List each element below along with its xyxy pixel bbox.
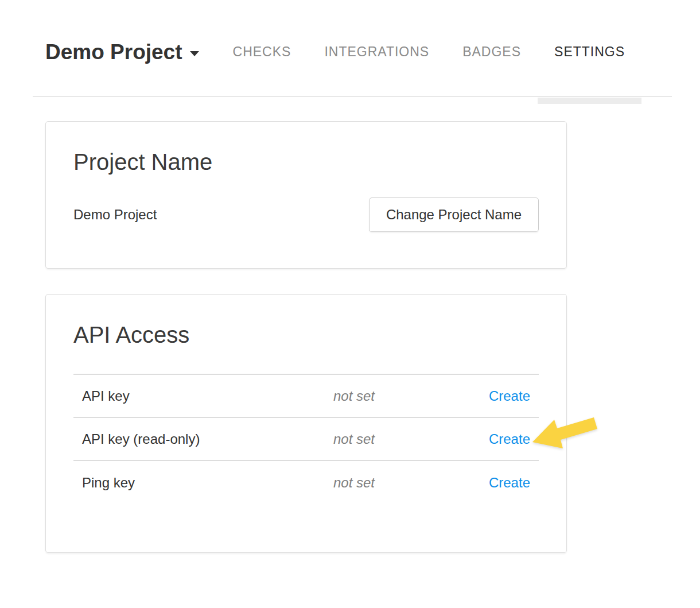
api-key-label: API key [73, 388, 325, 404]
ping-key-value: not set [325, 475, 450, 491]
api-keys-table: API key not set Create API key (read-onl… [73, 374, 539, 504]
create-api-key-link[interactable]: Create [489, 388, 530, 404]
tab-checks[interactable]: CHECKS [216, 7, 308, 97]
api-key-read-only-value: not set [325, 431, 450, 447]
create-ping-key-link[interactable]: Create [489, 475, 530, 490]
project-name-card: Project Name Demo Project Change Project… [45, 121, 567, 269]
project-title-label: Demo Project [45, 40, 182, 64]
nav-tabs: CHECKS INTEGRATIONS BADGES SETTINGS [216, 7, 642, 97]
tab-badges[interactable]: BADGES [446, 7, 538, 97]
table-row-ping-key: Ping key not set Create [73, 461, 539, 504]
nav-divider [33, 96, 672, 97]
api-key-value: not set [325, 388, 450, 404]
nav-row: Demo Project CHECKS INTEGRATIONS BADGES … [45, 7, 641, 97]
chevron-down-icon [190, 51, 199, 56]
ping-key-label: Ping key [73, 475, 325, 491]
api-access-card: API Access API key not set Create API ke… [45, 294, 567, 553]
change-project-name-button[interactable]: Change Project Name [369, 197, 539, 232]
tab-settings[interactable]: SETTINGS [538, 7, 641, 97]
create-api-key-read-only-link[interactable]: Create [489, 431, 530, 447]
api-key-read-only-label: API key (read-only) [73, 431, 325, 447]
tab-integrations[interactable]: INTEGRATIONS [308, 7, 446, 97]
table-row-api-key: API key not set Create [73, 375, 539, 418]
current-project-name: Demo Project [73, 207, 157, 223]
top-navigation: Demo Project CHECKS INTEGRATIONS BADGES … [0, 0, 700, 97]
api-access-card-title: API Access [73, 322, 539, 347]
table-row-api-key-read-only: API key (read-only) not set Create [73, 418, 539, 461]
project-switcher[interactable]: Demo Project [45, 40, 199, 64]
project-name-row: Demo Project Change Project Name [73, 197, 539, 232]
project-name-card-title: Project Name [73, 149, 539, 175]
